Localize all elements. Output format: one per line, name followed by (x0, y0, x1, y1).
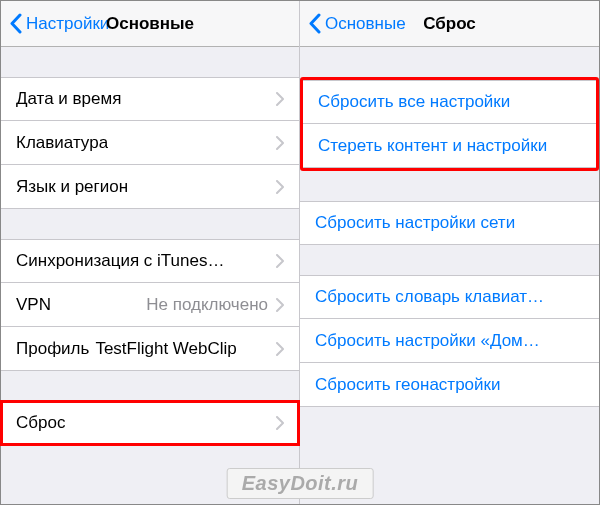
row-label: Синхронизация с iTunes… (16, 251, 224, 271)
row-label: VPN (16, 295, 51, 315)
row-label: Сбросить настройки «Дом… (315, 331, 540, 351)
chevron-right-icon (276, 342, 284, 356)
row-label: Клавиатура (16, 133, 108, 153)
chevron-left-icon (9, 13, 22, 34)
back-label: Основные (325, 14, 406, 34)
chevron-right-icon (276, 180, 284, 194)
row-label: Стереть контент и настройки (318, 136, 547, 156)
row-reset-location[interactable]: Сбросить геонастройки (300, 363, 599, 407)
row-vpn[interactable]: VPN Не подключено (1, 283, 299, 327)
row-reset-keyboard-dictionary[interactable]: Сбросить словарь клавиат… (300, 275, 599, 319)
settings-general-panel: Настройки Основные Дата и время Клавиату… (1, 1, 300, 504)
row-reset[interactable]: Сброс (1, 401, 299, 445)
settings-reset-panel: Основные Сброс Сбросить все настройки Ст… (300, 1, 599, 504)
group-reset-other: Сбросить словарь клавиат… Сбросить настр… (300, 275, 599, 407)
row-erase-all-content[interactable]: Стереть контент и настройки (303, 124, 596, 168)
row-label: Сброс (16, 413, 65, 433)
row-date-time[interactable]: Дата и время (1, 77, 299, 121)
row-keyboard[interactable]: Клавиатура (1, 121, 299, 165)
group-reset-all: Сбросить все настройки Стереть контент и… (300, 77, 599, 171)
row-reset-home-screen[interactable]: Сбросить настройки «Дом… (300, 319, 599, 363)
row-value: TestFlight WebClip (95, 339, 236, 359)
row-itunes-sync[interactable]: Синхронизация с iTunes… (1, 239, 299, 283)
row-language-region[interactable]: Язык и регион (1, 165, 299, 209)
left-header: Настройки Основные (1, 1, 299, 47)
chevron-left-icon (308, 13, 321, 34)
row-profile[interactable]: Профиль TestFlight WebClip (1, 327, 299, 371)
chevron-right-icon (276, 254, 284, 268)
chevron-right-icon (276, 416, 284, 430)
back-label: Настройки (26, 14, 109, 34)
chevron-right-icon (276, 298, 284, 312)
row-reset-all-settings[interactable]: Сбросить все настройки (303, 80, 596, 124)
watermark: EasyDoit.ru (227, 468, 374, 499)
group-datetime: Дата и время Клавиатура Язык и регион (1, 77, 299, 209)
chevron-right-icon (276, 92, 284, 106)
back-button-settings[interactable]: Настройки (9, 13, 109, 34)
row-label: Сбросить настройки сети (315, 213, 515, 233)
right-header: Основные Сброс (300, 1, 599, 47)
row-label: Профиль (16, 339, 89, 359)
group-reset: Сброс (1, 401, 299, 445)
row-label: Сбросить геонастройки (315, 375, 501, 395)
group-reset-network: Сбросить настройки сети (300, 201, 599, 245)
row-label: Дата и время (16, 89, 121, 109)
row-reset-network[interactable]: Сбросить настройки сети (300, 201, 599, 245)
row-label: Сбросить все настройки (318, 92, 510, 112)
page-title: Сброс (423, 14, 476, 34)
row-label: Сбросить словарь клавиат… (315, 287, 544, 307)
row-label: Язык и регион (16, 177, 128, 197)
chevron-right-icon (276, 136, 284, 150)
page-title: Основные (106, 14, 194, 34)
row-value: Не подключено (146, 295, 268, 315)
back-button-general[interactable]: Основные (308, 13, 406, 34)
group-sync-vpn: Синхронизация с iTunes… VPN Не подключен… (1, 239, 299, 371)
